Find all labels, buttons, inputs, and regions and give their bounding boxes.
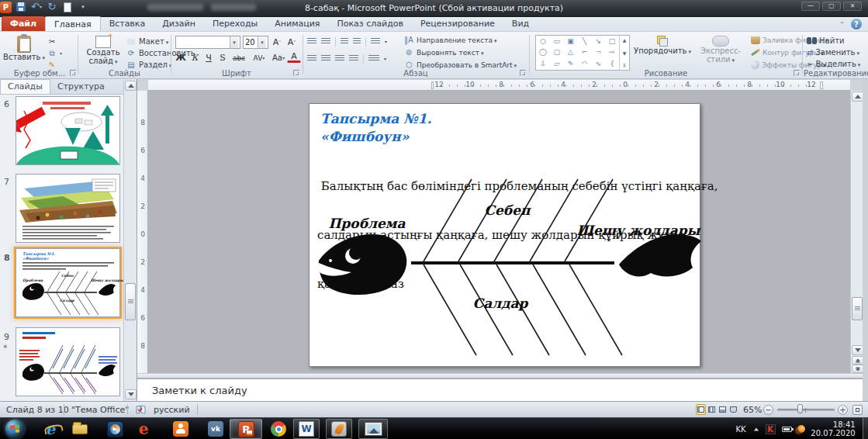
shape-icon[interactable]: ¬ (595, 49, 601, 56)
tray-battery[interactable] (779, 419, 794, 439)
zoom-in-icon[interactable]: + (838, 405, 848, 415)
panel-scroll-up-icon[interactable] (125, 81, 137, 91)
drawing-dialog-launcher[interactable] (794, 70, 800, 76)
scrollbar-thumb[interactable] (852, 297, 863, 320)
fish-head[interactable] (318, 234, 406, 295)
tab-view[interactable]: Вид (503, 16, 538, 31)
align-center-icon[interactable] (321, 55, 330, 62)
shape-icon[interactable]: ◠ (581, 60, 587, 67)
tray-clock[interactable]: 18:41 20.07.2020 (808, 419, 858, 439)
shape-icon[interactable]: ⌐ (582, 49, 588, 56)
slide-thumbnail-8[interactable]: Тапсырма №1. «Фишбоун» Проблема Себеп (16, 248, 120, 317)
new-slide-button[interactable]: Создать слайд (81, 35, 125, 74)
font-dialog-launcher[interactable] (293, 70, 299, 76)
close-button[interactable]: ✕ (843, 2, 862, 11)
panel-scrollbar-thumb[interactable] (125, 283, 136, 320)
taskbar-media-player[interactable]: ▶ (103, 419, 126, 439)
copy-button[interactable]: ⧉▾ (47, 47, 62, 59)
slide-thumbnail-9[interactable] (16, 327, 120, 396)
fishbone-diagram[interactable]: Проблема Себеп Шешу жолдары Салдар (310, 104, 701, 368)
panel-tab-slides[interactable]: Слайды (0, 79, 50, 94)
taskbar-vk[interactable]: vk (204, 419, 227, 439)
align-right-icon[interactable] (335, 55, 344, 62)
label-effects[interactable]: Салдар (473, 296, 529, 311)
tab-insert[interactable]: Вставка (101, 16, 154, 31)
shapes-scroll-down-icon[interactable]: ▼ (623, 50, 627, 56)
fish-tail[interactable] (619, 234, 701, 277)
justify-icon[interactable] (349, 55, 358, 62)
slide-scrollbar[interactable] (850, 91, 863, 373)
panel-tab-outline[interactable]: Структура (50, 80, 112, 94)
shape-icon[interactable]: ↘ (595, 38, 601, 45)
tray-hidden-icons[interactable] (751, 419, 762, 439)
spellcheck-icon[interactable] (135, 405, 147, 414)
find-button[interactable]: Найти (807, 35, 844, 47)
taskbar-explorer[interactable] (68, 419, 92, 439)
maximize-button[interactable]: ▢ (822, 2, 841, 11)
help-icon[interactable]: ? (851, 19, 862, 29)
taskbar-chrome[interactable] (267, 419, 290, 439)
zoom-level[interactable]: 65% (743, 405, 762, 415)
tab-design[interactable]: Дизайн (154, 16, 204, 31)
notes-pane[interactable]: Заметки к слайду (137, 379, 863, 401)
clipboard-dialog-launcher[interactable] (70, 70, 76, 76)
shrink-font-button[interactable]: A˅ (285, 36, 299, 49)
arrange-button[interactable]: Упорядочить (635, 35, 690, 74)
select-button[interactable]: ➢Выделить (807, 58, 860, 70)
align-text-button[interactable]: ⊜Выровнять текст (403, 47, 483, 58)
shape-icon[interactable]: ◯ (539, 49, 547, 56)
tray-kaspersky[interactable]: K (763, 419, 777, 439)
tab-animations[interactable]: Анимация (266, 16, 328, 31)
italic-button[interactable]: К (188, 51, 202, 64)
slide-sorter-button[interactable] (707, 404, 717, 415)
slide-thumbnail-7[interactable] (16, 174, 120, 243)
previous-slide-button[interactable] (852, 356, 863, 365)
taskbar-powerpoint[interactable]: P (230, 419, 262, 439)
font-size-combo[interactable]: 20▾ (243, 36, 268, 49)
shape-icon[interactable]: ▱ (554, 60, 559, 67)
shape-icon[interactable]: ∿ (595, 60, 601, 67)
zoom-slider-thumb[interactable] (797, 404, 803, 413)
shape-icon[interactable]: □ (609, 38, 616, 45)
shape-icon[interactable]: ╲ (583, 38, 586, 45)
bold-button[interactable]: Ж (174, 51, 188, 64)
text-direction-button[interactable]: ‖AНаправление текста (403, 34, 497, 46)
theme-indicator[interactable]: "Тема Office" (71, 405, 129, 415)
zoom-out-icon[interactable]: − (763, 405, 773, 415)
change-case-button[interactable]: Aa▾ (270, 51, 287, 64)
tab-transitions[interactable]: Переходы (204, 16, 266, 31)
shape-icon[interactable]: ▭ (553, 38, 560, 45)
tray-network[interactable] (794, 419, 808, 439)
zoom-slider-track[interactable] (777, 409, 835, 411)
shadow-button[interactable]: S (216, 51, 230, 64)
shape-icon[interactable]: ○ (540, 38, 546, 45)
notes-splitter[interactable] (137, 373, 863, 379)
shape-icon[interactable]: ✎ (568, 60, 574, 67)
normal-view-button[interactable] (696, 404, 706, 415)
show-desktop-button[interactable] (863, 418, 868, 439)
label-problem[interactable]: Проблема (328, 216, 406, 231)
font-name-combo[interactable]: ▾ (175, 36, 240, 49)
slide[interactable]: Тапсырма №1. «Фишбоун» Балықтың бас бөлі… (309, 103, 700, 367)
strikethrough-button[interactable]: abc (230, 51, 248, 64)
shape-icon[interactable]: ⇨ (609, 49, 615, 56)
decrease-indent-icon[interactable] (341, 38, 348, 45)
replace-button[interactable]: ⇄Заменить (807, 47, 859, 58)
line-spacing-icon[interactable] (371, 38, 380, 45)
shapes-scroll-up-icon[interactable]: ▲ (623, 37, 627, 43)
taskbar-internet-explorer[interactable]: e (39, 419, 62, 439)
shape-icon[interactable]: ▢ (553, 49, 560, 56)
reading-view-button[interactable] (718, 404, 728, 415)
underline-button[interactable]: Ч (202, 51, 216, 64)
tab-review[interactable]: Рецензирование (412, 16, 503, 31)
taskbar-opera[interactable]: e (132, 419, 155, 439)
scroll-down-icon[interactable] (852, 345, 863, 355)
layout-button[interactable]: Макет (126, 36, 168, 47)
scroll-up-icon[interactable] (852, 92, 863, 102)
font-color-button[interactable]: А (287, 51, 301, 63)
align-left-icon[interactable] (307, 55, 316, 62)
columns-icon[interactable] (368, 55, 379, 62)
bullets-icon[interactable] (307, 38, 316, 45)
panel-scrollbar[interactable] (123, 79, 137, 401)
cut-button[interactable]: ✂ (47, 36, 57, 47)
